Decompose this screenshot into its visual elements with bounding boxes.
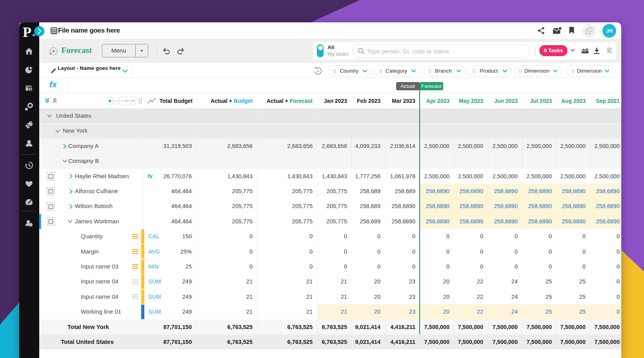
svg-text:$: $ xyxy=(29,88,31,91)
